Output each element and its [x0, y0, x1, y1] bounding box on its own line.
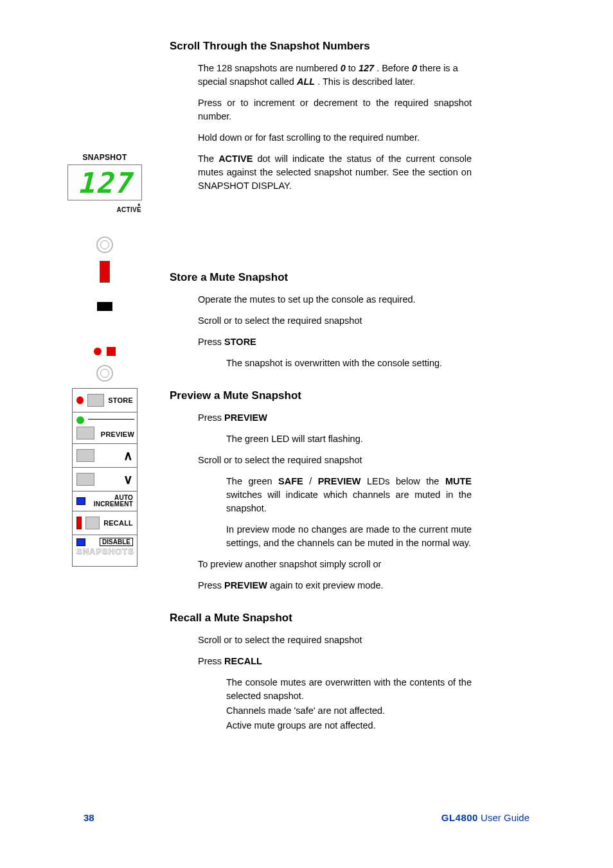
decor-block-1	[63, 236, 147, 311]
heading-preview: Preview a Mute Snapshot	[170, 389, 472, 402]
black-square-1	[97, 302, 112, 311]
recall-row: RECALL	[73, 511, 137, 535]
txt: ALL	[297, 76, 315, 87]
txt: The 128 snapshots are numbered	[198, 63, 341, 73]
recall-s3: The console mutes are overwritten with t…	[226, 676, 472, 703]
txt: PREVIEW	[318, 476, 361, 486]
store-label: STORE	[108, 396, 133, 404]
scroll-down-button[interactable]	[76, 473, 94, 486]
heading-store: Store a Mute Snapshot	[170, 271, 472, 284]
page-number: 38	[84, 812, 94, 823]
txt: Press	[198, 412, 224, 423]
scroll-up-row: ∧	[73, 444, 137, 468]
scroll-p3: Hold down or for fast scrolling to the r…	[198, 131, 472, 145]
txt: 127	[359, 63, 374, 73]
red-led-icon	[94, 348, 102, 355]
store-led-icon	[76, 396, 84, 404]
red-square-icon	[107, 347, 116, 356]
footer-right: GL4800 User Guide	[441, 812, 529, 823]
active-indicator-label: ACTIVE	[63, 202, 147, 213]
preview-row: PREVIEW	[73, 412, 137, 444]
recall-s4: Channels made 'safe' are not affected.	[226, 704, 472, 718]
preview-s2: The green LED will start flashing.	[226, 432, 472, 446]
store-s3: Press STORE	[198, 335, 472, 349]
preview-label: PREVIEW	[101, 430, 134, 438]
txt: Press	[198, 580, 224, 590]
snapshots-label: SNAPSHOTS	[76, 547, 133, 556]
preview-s3: Scroll or to select the required snapsho…	[198, 454, 472, 467]
seven-segment-value: 127	[77, 166, 132, 199]
decor-block-2	[63, 346, 147, 382]
red-button-1	[100, 261, 110, 283]
auto-increment-row: AUTOINCREMENT	[73, 492, 137, 511]
auto-increment-led-icon	[76, 497, 85, 505]
guide-label: User Guide	[478, 812, 529, 823]
disable-led-icon	[76, 538, 85, 546]
txt: 0	[412, 63, 417, 73]
txt: PREVIEW	[224, 412, 267, 423]
up-arrow-icon: ∧	[123, 448, 133, 463]
store-s1: Operate the mutes to set up the console …	[198, 293, 472, 306]
recall-s1: Scroll or to select the required snapsho…	[198, 633, 472, 647]
txt: MUTE	[445, 476, 472, 486]
snapshot-title-label: SNAPSHOT	[63, 153, 147, 162]
txt: switches will indicate which channels ar…	[226, 490, 472, 513]
recall-s5: Active mute groups are not affected.	[226, 719, 472, 732]
down-arrow-icon: ∨	[123, 472, 133, 487]
scroll-p4: The ACTIVE dot will indicate the status …	[198, 152, 472, 193]
preview-s6: To preview another snapshot simply scrol…	[198, 558, 472, 571]
seven-segment-display: 127	[67, 164, 142, 200]
preview-led-icon	[76, 416, 84, 424]
scroll-p2: Press or to increment or decrement to th…	[198, 96, 472, 123]
preview-s5: In preview mode no changes are made to t…	[226, 523, 472, 550]
txt: again to exit preview mode.	[270, 580, 384, 590]
screw-icon-2	[96, 365, 113, 382]
recall-led-icon	[76, 517, 82, 529]
txt: STORE	[224, 337, 256, 347]
preview-s1: Press PREVIEW	[198, 411, 472, 425]
recall-s2: Press RECALL	[198, 655, 472, 668]
txt: . Before	[377, 63, 412, 73]
txt: RECALL	[224, 656, 262, 666]
heading-scroll: Scroll Through the Snapshot Numbers	[170, 40, 472, 53]
disable-row: DISABLE SNAPSHOTS	[73, 535, 137, 566]
txt: to	[348, 63, 359, 73]
preview-s7: Press PREVIEW again to exit preview mode…	[198, 579, 472, 592]
screw-icon	[96, 236, 113, 253]
auto-increment-label: AUTOINCREMENT	[94, 495, 133, 508]
scroll-p1: The 128 snapshots are numbered 0 to 127 …	[198, 62, 472, 89]
store-s4: The snapshot is overwritten with the con…	[226, 357, 472, 370]
snapshot-display-block: SNAPSHOT 127 ACTIVE	[63, 153, 147, 213]
brand-label: GL4800	[441, 812, 478, 823]
heading-recall: Recall a Mute Snapshot	[170, 612, 472, 624]
txt: ACTIVE	[218, 154, 253, 164]
store-s2: Scroll or to select the required snapsho…	[198, 314, 472, 328]
txt: /	[309, 476, 312, 486]
txt: . This is described later.	[317, 76, 415, 87]
txt: PREVIEW	[224, 580, 267, 590]
scroll-down-row: ∨	[73, 468, 137, 492]
txt: 0	[341, 63, 346, 73]
txt: The	[198, 154, 218, 164]
store-row: STORE	[73, 389, 137, 412]
snapshot-control-panel: STORE PREVIEW ∧ ∨ AUTOINCREMENT	[63, 388, 147, 567]
txt: Press	[198, 656, 224, 666]
preview-button[interactable]	[76, 427, 94, 439]
txt: SAFE	[278, 476, 303, 486]
page-footer: 38 GL4800 User Guide	[84, 812, 529, 823]
scroll-up-button[interactable]	[76, 449, 94, 462]
txt: Press	[198, 337, 224, 347]
txt: The green	[226, 476, 278, 486]
store-button[interactable]	[87, 394, 104, 407]
recall-label: RECALL	[103, 519, 133, 527]
preview-s4: The green SAFE / PREVIEW LEDs below the …	[226, 475, 472, 515]
disable-label: DISABLE	[100, 538, 133, 546]
txt: LEDs below the	[367, 476, 445, 486]
recall-button[interactable]	[85, 517, 100, 529]
